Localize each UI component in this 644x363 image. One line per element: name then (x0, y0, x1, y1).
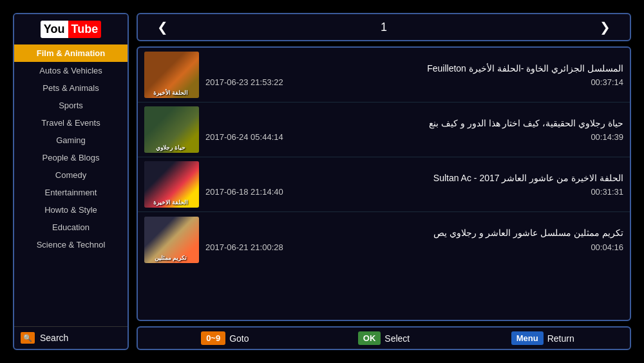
sidebar-item-travel-events[interactable]: Travel & Events (14, 114, 128, 132)
sidebar: You Tube Film & AnimationAutos & Vehicle… (13, 13, 129, 350)
sidebar-items: Film & AnimationAutos & VehiclesPets & A… (14, 44, 128, 326)
video-meta-v1: 2017-06-23 21:53:22 00:37:14 (205, 77, 623, 87)
video-meta-v4: 2017-06-21 21:00:28 00:04:16 (205, 242, 623, 252)
video-duration-v2: 00:14:39 (591, 132, 623, 142)
video-duration-v1: 00:37:14 (591, 77, 623, 87)
sidebar-item-people-blogs[interactable]: People & Blogs (14, 149, 128, 166)
video-item-v2[interactable]: حياة رجلاوي حياة رجلاوي الحقيقية، كيف اخ… (138, 103, 630, 157)
video-duration-v4: 00:04:16 (591, 242, 623, 252)
thumb-text-v2: حياة رجلاوي (146, 144, 196, 151)
search-icon: 🔍 (21, 332, 35, 344)
goto-label: Goto (229, 333, 249, 344)
video-date-v1: 2017-06-23 21:53:22 (205, 77, 283, 87)
video-item-v4[interactable]: تكريم ممثلين تكريم ممثلين مسلسل عاشور ال… (138, 212, 630, 267)
thumb-image-v2: حياة رجلاوي (144, 106, 199, 153)
sidebar-search[interactable]: 🔍 Search (14, 326, 128, 349)
sidebar-item-science-technol[interactable]: Science & Technol (14, 236, 128, 253)
thumb-image-v1: الحلفة الأخيرة (144, 52, 199, 98)
yt-you-text: You (41, 21, 68, 38)
goto-badge: 0~9 (201, 331, 225, 345)
video-title-v1: المسلسل الجزائري الخاوة -الحلفة الأخيرة … (205, 63, 623, 74)
video-meta-v2: 2017-06-24 05:44:14 00:14:39 (205, 132, 623, 142)
video-title-v4: تكريم ممثلين مسلسل عاشور العاشر و رجلاوي… (205, 227, 623, 239)
youtube-logo: You Tube (14, 14, 128, 44)
video-thumbnail-v3: الحلفة الاخيرة (144, 161, 199, 208)
thumb-text-v3: الحلفة الاخيرة (146, 199, 196, 206)
bottom-bar: 0~9 Goto OK Select Menu Return (137, 326, 631, 350)
sidebar-item-comedy[interactable]: Comedy (14, 166, 128, 184)
video-info-v4: تكريم ممثلين مسلسل عاشور العاشر و رجلاوي… (205, 227, 623, 251)
sidebar-item-film-animation[interactable]: Film & Animation (14, 44, 128, 62)
video-date-v2: 2017-06-24 05:44:14 (205, 132, 283, 142)
thumb-text-v4: تكريم ممثلين (146, 255, 196, 261)
sidebar-item-autos-vehicles[interactable]: Autos & Vehicles (14, 62, 128, 79)
yt-tube-text: Tube (68, 21, 102, 38)
video-title-v3: الحلفة الاخيرة من عاشور العاشر Sultan Ac… (205, 172, 623, 184)
search-icon-glyph: 🔍 (23, 334, 32, 342)
sidebar-item-howto-style[interactable]: Howto & Style (14, 201, 128, 219)
select-badge: OK (358, 331, 381, 345)
video-info-v1: المسلسل الجزائري الخاوة -الحلفة الأخيرة … (205, 63, 623, 87)
return-badge: Menu (511, 331, 544, 345)
video-list: الحلفة الأخيرة المسلسل الجزائري الخاوة -… (137, 46, 631, 321)
page-number: 1 (381, 21, 387, 34)
content-area: ❮ 1 ❯ الحلفة الأخيرة المسلسل الجزائري ال… (137, 13, 631, 350)
thumb-image-v3: الحلفة الاخيرة (144, 161, 199, 208)
sidebar-item-gaming[interactable]: Gaming (14, 132, 128, 149)
sidebar-item-sports[interactable]: Sports (14, 97, 128, 114)
return-label: Return (547, 333, 574, 344)
video-duration-v3: 00:31:31 (591, 187, 623, 197)
thumb-image-v4: تكريم ممثلين (144, 217, 199, 263)
pagination-bar: ❮ 1 ❯ (137, 13, 631, 41)
video-item-v3[interactable]: الحلفة الاخيرة الحلفة الاخيرة من عاشور ا… (138, 157, 630, 212)
video-item-v1[interactable]: الحلفة الأخيرة المسلسل الجزائري الخاوة -… (138, 48, 630, 103)
sidebar-item-entertainment[interactable]: Entertainment (14, 184, 128, 201)
video-meta-v3: 2017-06-18 21:14:40 00:31:31 (205, 187, 623, 197)
video-thumbnail-v4: تكريم ممثلين (144, 217, 199, 263)
video-date-v3: 2017-06-18 21:14:40 (205, 187, 283, 197)
next-page-button[interactable]: ❯ (600, 19, 611, 35)
video-date-v4: 2017-06-21 21:00:28 (205, 242, 283, 252)
video-thumbnail-v2: حياة رجلاوي (144, 106, 199, 153)
select-button[interactable]: OK Select (305, 331, 464, 345)
video-info-v2: حياة رجلاوي الحقيقية، كيف اختار هذا الدو… (205, 117, 623, 142)
sidebar-item-education[interactable]: Education (14, 219, 128, 236)
sidebar-item-pets-animals[interactable]: Pets & Animals (14, 79, 128, 97)
yt-logo-box: You Tube (41, 21, 101, 38)
prev-page-button[interactable]: ❮ (157, 19, 168, 35)
goto-button[interactable]: 0~9 Goto (146, 331, 305, 345)
thumb-text-v1: الحلفة الأخيرة (146, 90, 196, 96)
select-label: Select (384, 333, 410, 344)
video-thumbnail-v1: الحلفة الأخيرة (144, 52, 199, 98)
search-label: Search (40, 333, 68, 343)
video-info-v3: الحلفة الاخيرة من عاشور العاشر Sultan Ac… (205, 172, 623, 197)
main-container: You Tube Film & AnimationAutos & Vehicle… (0, 0, 644, 363)
return-button[interactable]: Menu Return (463, 331, 622, 345)
video-title-v2: حياة رجلاوي الحقيقية، كيف اختار هذا الدو… (205, 117, 623, 129)
